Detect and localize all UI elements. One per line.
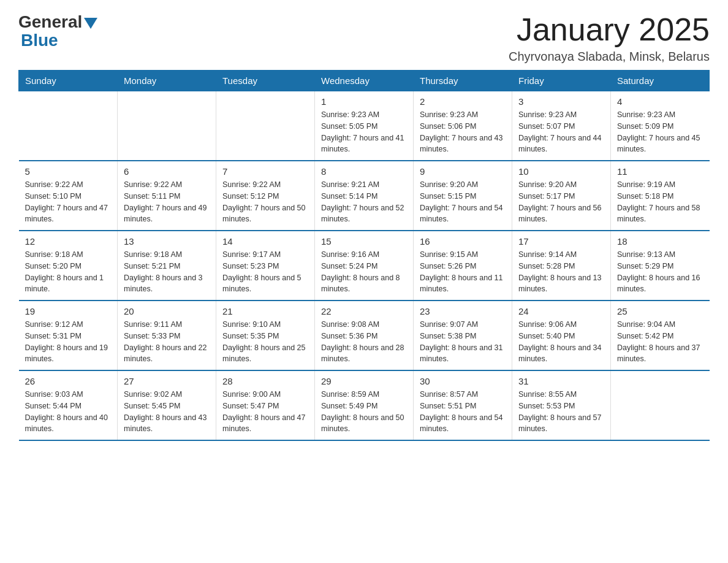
day-number: 3 xyxy=(518,96,604,107)
day-info: Sunrise: 9:13 AM Sunset: 5:29 PM Dayligh… xyxy=(617,249,703,295)
day-number: 14 xyxy=(222,236,308,247)
day-info: Sunrise: 8:57 AM Sunset: 5:51 PM Dayligh… xyxy=(420,389,506,435)
day-info: Sunrise: 9:11 AM Sunset: 5:33 PM Dayligh… xyxy=(124,319,210,365)
day-info: Sunrise: 9:23 AM Sunset: 5:05 PM Dayligh… xyxy=(321,109,407,155)
day-info: Sunrise: 9:04 AM Sunset: 5:42 PM Dayligh… xyxy=(617,319,703,365)
table-row: 29Sunrise: 8:59 AM Sunset: 5:49 PM Dayli… xyxy=(315,370,414,440)
table-row: 23Sunrise: 9:07 AM Sunset: 5:38 PM Dayli… xyxy=(414,301,512,370)
calendar-week-row: 19Sunrise: 9:12 AM Sunset: 5:31 PM Dayli… xyxy=(19,301,710,370)
calendar-week-row: 26Sunrise: 9:03 AM Sunset: 5:44 PM Dayli… xyxy=(19,370,710,440)
table-row xyxy=(118,91,216,161)
calendar-week-row: 5Sunrise: 9:22 AM Sunset: 5:10 PM Daylig… xyxy=(19,161,710,231)
table-row: 25Sunrise: 9:04 AM Sunset: 5:42 PM Dayli… xyxy=(611,301,710,370)
table-row xyxy=(611,370,710,440)
day-number: 9 xyxy=(420,166,506,177)
day-number: 4 xyxy=(617,96,703,107)
header-monday: Monday xyxy=(118,71,216,91)
day-number: 8 xyxy=(321,166,407,177)
table-row: 9Sunrise: 9:20 AM Sunset: 5:15 PM Daylig… xyxy=(414,161,512,231)
day-number: 30 xyxy=(420,376,506,386)
table-row: 14Sunrise: 9:17 AM Sunset: 5:23 PM Dayli… xyxy=(216,231,315,301)
day-info: Sunrise: 9:17 AM Sunset: 5:23 PM Dayligh… xyxy=(222,249,308,295)
day-number: 28 xyxy=(222,376,308,386)
day-number: 21 xyxy=(222,306,308,316)
day-number: 15 xyxy=(321,236,407,247)
day-number: 31 xyxy=(518,376,604,386)
day-number: 13 xyxy=(124,236,210,247)
table-row: 21Sunrise: 9:10 AM Sunset: 5:35 PM Dayli… xyxy=(216,301,315,370)
logo-blue: Blue xyxy=(21,31,97,50)
day-info: Sunrise: 9:14 AM Sunset: 5:28 PM Dayligh… xyxy=(518,249,604,295)
table-row: 10Sunrise: 9:20 AM Sunset: 5:17 PM Dayli… xyxy=(512,161,611,231)
page-header: General Blue January 2025 Chyrvonaya Sla… xyxy=(18,12,710,64)
day-number: 27 xyxy=(124,376,210,386)
table-row: 18Sunrise: 9:13 AM Sunset: 5:29 PM Dayli… xyxy=(611,231,710,301)
day-info: Sunrise: 9:12 AM Sunset: 5:31 PM Dayligh… xyxy=(25,319,112,365)
day-number: 19 xyxy=(25,306,112,316)
table-row: 24Sunrise: 9:06 AM Sunset: 5:40 PM Dayli… xyxy=(512,301,611,370)
day-info: Sunrise: 9:19 AM Sunset: 5:18 PM Dayligh… xyxy=(617,179,703,225)
table-row: 17Sunrise: 9:14 AM Sunset: 5:28 PM Dayli… xyxy=(512,231,611,301)
table-row xyxy=(19,91,118,161)
table-row: 22Sunrise: 9:08 AM Sunset: 5:36 PM Dayli… xyxy=(315,301,414,370)
day-number: 17 xyxy=(518,236,604,247)
day-number: 2 xyxy=(420,96,506,107)
header-wednesday: Wednesday xyxy=(315,71,414,91)
title-section: January 2025 Chyrvonaya Slabada, Minsk, … xyxy=(509,12,710,64)
day-number: 10 xyxy=(518,166,604,177)
day-info: Sunrise: 9:23 AM Sunset: 5:07 PM Dayligh… xyxy=(518,109,604,155)
svg-marker-0 xyxy=(84,18,97,29)
table-row: 7Sunrise: 9:22 AM Sunset: 5:12 PM Daylig… xyxy=(216,161,315,231)
day-info: Sunrise: 9:20 AM Sunset: 5:17 PM Dayligh… xyxy=(518,179,604,225)
table-row: 6Sunrise: 9:22 AM Sunset: 5:11 PM Daylig… xyxy=(118,161,216,231)
table-row: 30Sunrise: 8:57 AM Sunset: 5:51 PM Dayli… xyxy=(414,370,512,440)
day-info: Sunrise: 9:07 AM Sunset: 5:38 PM Dayligh… xyxy=(420,319,506,365)
day-number: 25 xyxy=(617,306,703,316)
day-number: 29 xyxy=(321,376,407,386)
header-thursday: Thursday xyxy=(414,71,512,91)
header-friday: Friday xyxy=(512,71,611,91)
day-info: Sunrise: 9:16 AM Sunset: 5:24 PM Dayligh… xyxy=(321,249,407,295)
day-info: Sunrise: 9:00 AM Sunset: 5:47 PM Dayligh… xyxy=(222,389,308,435)
table-row: 15Sunrise: 9:16 AM Sunset: 5:24 PM Dayli… xyxy=(315,231,414,301)
day-info: Sunrise: 9:10 AM Sunset: 5:35 PM Dayligh… xyxy=(222,319,308,365)
calendar-week-row: 1Sunrise: 9:23 AM Sunset: 5:05 PM Daylig… xyxy=(19,91,710,161)
day-info: Sunrise: 9:08 AM Sunset: 5:36 PM Dayligh… xyxy=(321,319,407,365)
table-row: 8Sunrise: 9:21 AM Sunset: 5:14 PM Daylig… xyxy=(315,161,414,231)
day-info: Sunrise: 9:15 AM Sunset: 5:26 PM Dayligh… xyxy=(420,249,506,295)
day-info: Sunrise: 8:59 AM Sunset: 5:49 PM Dayligh… xyxy=(321,389,407,435)
table-row: 11Sunrise: 9:19 AM Sunset: 5:18 PM Dayli… xyxy=(611,161,710,231)
day-number: 20 xyxy=(124,306,210,316)
day-info: Sunrise: 9:20 AM Sunset: 5:15 PM Dayligh… xyxy=(420,179,506,225)
day-number: 24 xyxy=(518,306,604,316)
logo: General Blue xyxy=(18,12,97,50)
header-saturday: Saturday xyxy=(611,71,710,91)
table-row: 28Sunrise: 9:00 AM Sunset: 5:47 PM Dayli… xyxy=(216,370,315,440)
table-row: 19Sunrise: 9:12 AM Sunset: 5:31 PM Dayli… xyxy=(19,301,118,370)
table-row: 12Sunrise: 9:18 AM Sunset: 5:20 PM Dayli… xyxy=(19,231,118,301)
day-number: 26 xyxy=(25,376,112,386)
table-row: 20Sunrise: 9:11 AM Sunset: 5:33 PM Dayli… xyxy=(118,301,216,370)
day-info: Sunrise: 9:22 AM Sunset: 5:10 PM Dayligh… xyxy=(25,179,112,225)
day-number: 23 xyxy=(420,306,506,316)
table-row: 4Sunrise: 9:23 AM Sunset: 5:09 PM Daylig… xyxy=(611,91,710,161)
table-row: 5Sunrise: 9:22 AM Sunset: 5:10 PM Daylig… xyxy=(19,161,118,231)
table-row: 26Sunrise: 9:03 AM Sunset: 5:44 PM Dayli… xyxy=(19,370,118,440)
table-row: 1Sunrise: 9:23 AM Sunset: 5:05 PM Daylig… xyxy=(315,91,414,161)
day-info: Sunrise: 9:23 AM Sunset: 5:09 PM Dayligh… xyxy=(617,109,703,155)
day-number: 1 xyxy=(321,96,407,107)
day-info: Sunrise: 9:22 AM Sunset: 5:12 PM Dayligh… xyxy=(222,179,308,225)
table-row: 2Sunrise: 9:23 AM Sunset: 5:06 PM Daylig… xyxy=(414,91,512,161)
month-title: January 2025 xyxy=(509,12,710,47)
day-info: Sunrise: 9:22 AM Sunset: 5:11 PM Dayligh… xyxy=(124,179,210,225)
header-tuesday: Tuesday xyxy=(216,71,315,91)
day-info: Sunrise: 9:03 AM Sunset: 5:44 PM Dayligh… xyxy=(25,389,112,435)
calendar-table: Sunday Monday Tuesday Wednesday Thursday… xyxy=(18,70,710,441)
header-sunday: Sunday xyxy=(19,71,118,91)
table-row: 31Sunrise: 8:55 AM Sunset: 5:53 PM Dayli… xyxy=(512,370,611,440)
table-row xyxy=(216,91,315,161)
table-row: 13Sunrise: 9:18 AM Sunset: 5:21 PM Dayli… xyxy=(118,231,216,301)
day-info: Sunrise: 9:21 AM Sunset: 5:14 PM Dayligh… xyxy=(321,179,407,225)
table-row: 3Sunrise: 9:23 AM Sunset: 5:07 PM Daylig… xyxy=(512,91,611,161)
day-number: 11 xyxy=(617,166,703,177)
